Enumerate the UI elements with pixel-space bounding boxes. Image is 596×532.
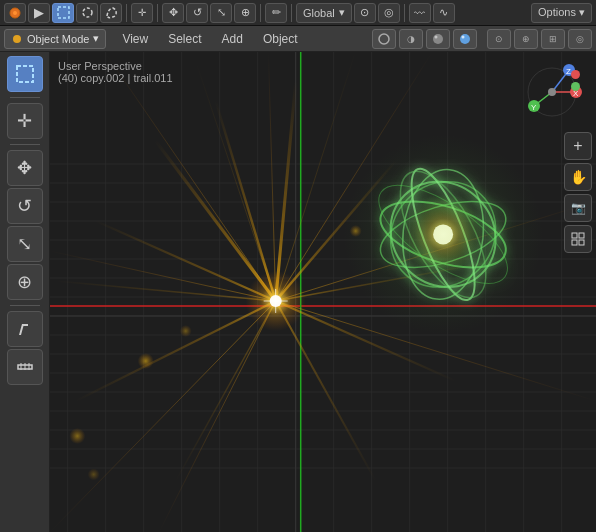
header-icons: ◑ ⊙ ⊕ ⊞ ◎ [372, 29, 592, 49]
sep2 [157, 4, 158, 22]
select-lasso-btn[interactable] [100, 3, 122, 23]
sep1 [126, 4, 127, 22]
left-toolbar: ✛ ✥ ↺ ⤡ ⊕ [0, 52, 50, 532]
viewport-shading-icon2[interactable]: ◑ [399, 29, 423, 49]
blender-menu-btn[interactable] [4, 3, 26, 23]
right-grid-btn[interactable] [564, 225, 592, 253]
header-bar: Object Mode ▾ View Select Add Object ◑ ⊙… [0, 26, 596, 52]
move-btn[interactable]: ✥ [162, 3, 184, 23]
right-toolbar: + ✋ 📷 [564, 132, 592, 253]
mode-dropdown[interactable]: Object Mode ▾ [4, 29, 106, 49]
sep4 [291, 4, 292, 22]
overlay-btn[interactable]: ⊙ [487, 29, 511, 49]
options-dropdown[interactable]: Options ▾ [531, 3, 592, 23]
right-zoom-btn[interactable]: + [564, 132, 592, 160]
select-circle-btn[interactable] [76, 3, 98, 23]
left-tool-scale[interactable]: ⤡ [7, 226, 43, 262]
proportional-header-btn[interactable]: ◎ [568, 29, 592, 49]
left-tool-move[interactable]: ✥ [7, 150, 43, 186]
menu-object[interactable]: Object [253, 26, 308, 52]
svg-rect-28 [572, 240, 577, 245]
svg-rect-10 [17, 66, 33, 82]
gizmo-btn[interactable]: ⊕ [514, 29, 538, 49]
menu-view[interactable]: View [112, 26, 158, 52]
viewport-shading-icon1[interactable] [372, 29, 396, 49]
left-sep1 [10, 97, 40, 98]
gizmo-dot-red [571, 70, 580, 79]
annotate-btn[interactable]: ✏ [265, 3, 287, 23]
svg-point-9 [462, 35, 465, 38]
gizmo-dot-green [571, 82, 580, 91]
viewport-shading-icon3[interactable] [426, 29, 450, 49]
svg-text:Y: Y [531, 103, 537, 112]
svg-point-7 [435, 35, 438, 38]
svg-rect-26 [572, 233, 577, 238]
sep5 [404, 4, 405, 22]
global-dropdown[interactable]: Global ▾ [296, 3, 352, 23]
proportional-btn[interactable]: ◎ [378, 3, 400, 23]
right-camera-btn[interactable]: 📷 [564, 194, 592, 222]
viewport[interactable]: User Perspective (40) copy.002 | trail.0… [50, 52, 596, 532]
arrow-tool-btn[interactable]: ▶ [28, 3, 50, 23]
sep3 [260, 4, 261, 22]
svg-point-4 [13, 35, 21, 43]
select-box-btn[interactable] [52, 3, 74, 23]
viewport-container: ✛ ✥ ↺ ⤡ ⊕ User Perspective (40) copy.002… [0, 52, 596, 532]
snap-icon[interactable]: ⊙ [354, 3, 376, 23]
svg-rect-2 [58, 7, 69, 18]
left-tool-measure[interactable] [7, 349, 43, 385]
snap-header-btn[interactable]: ⊞ [541, 29, 565, 49]
scale-btn[interactable]: ⤡ [210, 3, 232, 23]
wave-btn[interactable]: ∿ [433, 3, 455, 23]
left-tool-cursor[interactable]: ✛ [7, 103, 43, 139]
svg-point-8 [460, 34, 470, 44]
left-tool-select[interactable] [7, 56, 43, 92]
svg-rect-27 [579, 233, 584, 238]
left-tool-annotate[interactable] [7, 311, 43, 347]
left-tool-rotate[interactable]: ↺ [7, 188, 43, 224]
viewport-canvas [50, 52, 596, 532]
menu-select[interactable]: Select [158, 26, 211, 52]
svg-point-3 [83, 8, 92, 17]
left-tool-transform[interactable]: ⊕ [7, 264, 43, 300]
right-pan-btn[interactable]: ✋ [564, 163, 592, 191]
svg-point-25 [548, 88, 556, 96]
cursor-btn[interactable]: ✛ [131, 3, 153, 23]
rotate-btn[interactable]: ↺ [186, 3, 208, 23]
viewport-shading-icon4[interactable] [453, 29, 477, 49]
svg-rect-29 [579, 240, 584, 245]
grease-pencil-btn[interactable]: 〰 [409, 3, 431, 23]
top-toolbar: ▶ ✛ ✥ ↺ ⤡ ⊕ ✏ Global ▾ ⊙ ◎ 〰 ∿ Options ▾ [0, 0, 596, 26]
menu-add[interactable]: Add [212, 26, 253, 52]
transform-btn[interactable]: ⊕ [234, 3, 256, 23]
svg-point-5 [379, 34, 389, 44]
svg-point-6 [433, 34, 443, 44]
svg-point-1 [13, 11, 17, 15]
nav-gizmo[interactable]: Z X Y [522, 62, 582, 122]
left-sep3 [10, 305, 40, 306]
left-sep2 [10, 144, 40, 145]
